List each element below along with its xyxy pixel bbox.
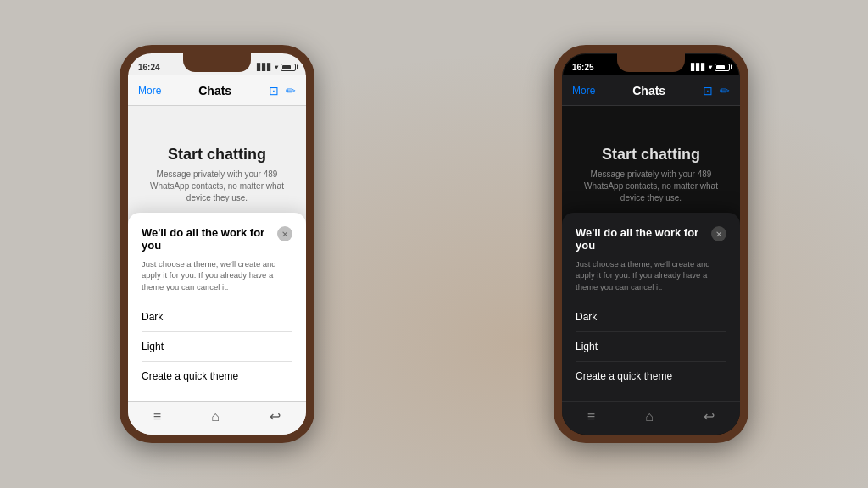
bottom-nav-right: ≡ ⌂ ↩ <box>562 401 740 435</box>
wa-navbar-left: More Chats ⊡ ✏ <box>128 75 306 106</box>
signal-icon-left: ▋▋▋ <box>257 64 272 71</box>
modal-subtitle-right: Just choose a theme, we'll create and ap… <box>576 258 726 292</box>
modal-subtitle-left: Just choose a theme, we'll create and ap… <box>142 258 292 292</box>
status-icons-right: ▋▋▋ ▾ <box>691 64 730 71</box>
nav-menu-icon-right[interactable]: ≡ <box>587 409 595 424</box>
status-time-left: 16:24 <box>138 63 160 72</box>
modal-option-light-left[interactable]: Light <box>142 332 292 362</box>
modal-title-right: We'll do all the work for you <box>576 226 711 252</box>
modal-option-light-right[interactable]: Light <box>576 332 726 362</box>
status-time-right: 16:25 <box>572 63 594 72</box>
compose-icon-left[interactable]: ✏ <box>286 84 296 97</box>
modal-title-left: We'll do all the work for you <box>142 226 277 252</box>
phone-left-notch <box>183 53 251 72</box>
signal-icon-right: ▋▋▋ <box>691 64 706 71</box>
modal-option-quick-left[interactable]: Create a quick theme <box>142 362 292 391</box>
phone-screen-right: Start chatting Message privately with yo… <box>562 106 740 401</box>
phone-left-body: 16:24 ▋▋▋ ▾ More Chats ⊡ ✏ <box>120 45 314 443</box>
modal-close-left[interactable]: ✕ <box>277 226 292 241</box>
phone-left-vol-down-btn <box>120 187 121 219</box>
wa-more-btn-left[interactable]: More <box>138 85 161 97</box>
modal-close-right[interactable]: ✕ <box>711 226 726 241</box>
modal-option-dark-right[interactable]: Dark <box>576 302 726 332</box>
nav-back-icon-left[interactable]: ↩ <box>270 408 281 424</box>
phone-left: 16:24 ▋▋▋ ▾ More Chats ⊡ ✏ <box>120 45 314 443</box>
wifi-icon-left: ▾ <box>275 64 278 71</box>
wa-title-left: Chats <box>198 84 231 97</box>
phone-right-vol-up-btn <box>554 147 555 179</box>
camera-icon-left[interactable]: ⊡ <box>269 84 279 97</box>
start-chatting-title-right: Start chatting <box>602 146 700 164</box>
status-icons-left: ▋▋▋ ▾ <box>257 64 296 71</box>
start-chatting-title-left: Start chatting <box>168 146 266 164</box>
start-chatting-subtitle-left: Message privately with your 489 WhatsApp… <box>145 169 289 204</box>
phone-left-vol-up-btn <box>120 147 121 179</box>
wifi-icon-right: ▾ <box>709 64 712 71</box>
scene: 16:24 ▋▋▋ ▾ More Chats ⊡ ✏ <box>0 0 868 488</box>
modal-header-right: We'll do all the work for you ✕ <box>576 226 726 252</box>
phone-right-vol-down-btn <box>554 187 555 219</box>
modal-header-left: We'll do all the work for you ✕ <box>142 226 292 252</box>
nav-menu-icon-left[interactable]: ≡ <box>153 409 161 424</box>
phone-right-power-btn <box>747 121 748 164</box>
battery-icon-right <box>715 64 730 71</box>
phone-right-notch <box>617 53 685 72</box>
nav-home-icon-left[interactable]: ⌂ <box>211 409 220 424</box>
modal-option-dark-left[interactable]: Dark <box>142 302 292 332</box>
phone-left-power-btn <box>313 121 314 164</box>
nav-home-icon-right[interactable]: ⌂ <box>645 409 654 424</box>
phone-right: 16:25 ▋▋▋ ▾ More Chats ⊡ ✏ <box>554 45 748 443</box>
camera-icon-right[interactable]: ⊡ <box>703 84 713 97</box>
wa-navbar-right: More Chats ⊡ ✏ <box>562 75 740 106</box>
bottom-nav-left: ≡ ⌂ ↩ <box>128 401 306 435</box>
phone-left-mute-btn <box>120 113 121 136</box>
wa-title-right: Chats <box>632 84 665 97</box>
wa-more-btn-right[interactable]: More <box>572 85 595 97</box>
phone-right-mute-btn <box>554 113 555 136</box>
modal-sheet-left: We'll do all the work for you ✕ Just cho… <box>128 213 306 401</box>
wa-icons-right: ⊡ ✏ <box>703 84 730 97</box>
modal-sheet-right: We'll do all the work for you ✕ Just cho… <box>562 213 740 401</box>
modal-option-quick-right[interactable]: Create a quick theme <box>576 362 726 391</box>
start-chatting-subtitle-right: Message privately with your 489 WhatsApp… <box>579 169 723 204</box>
nav-back-icon-right[interactable]: ↩ <box>704 408 715 424</box>
compose-icon-right[interactable]: ✏ <box>720 84 730 97</box>
phone-screen-left: Start chatting Message privately with yo… <box>128 106 306 401</box>
phone-right-body: 16:25 ▋▋▋ ▾ More Chats ⊡ ✏ <box>554 45 748 443</box>
wa-icons-left: ⊡ ✏ <box>269 84 296 97</box>
battery-icon-left <box>281 64 296 71</box>
